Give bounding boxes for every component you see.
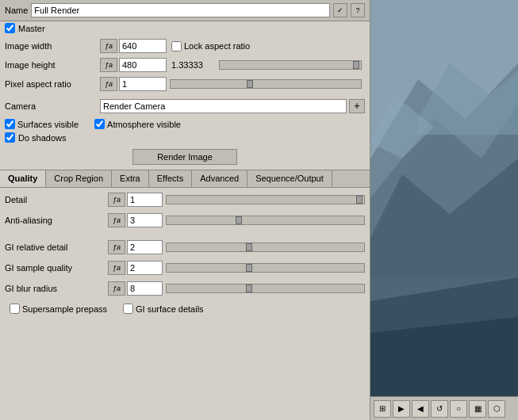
- pixel-aspect-slider-thumb: [247, 80, 253, 88]
- do-shadows-row: Do shadows: [0, 131, 370, 144]
- tab-quality[interactable]: Quality: [0, 170, 46, 187]
- image-width-input[interactable]: [119, 39, 167, 53]
- do-shadows-checkbox[interactable]: [5, 132, 15, 143]
- antialiasing-row: Anti-aliasing ƒa: [5, 212, 365, 229]
- gi-relative-slider[interactable]: [166, 242, 365, 252]
- toolbar-icon-3[interactable]: ◀: [412, 400, 429, 418]
- tabs-bar: Quality Crop Region Extra Effects Advanc…: [0, 170, 370, 188]
- gi-blur-slider[interactable]: [166, 284, 365, 293]
- anim-icon[interactable]: ✓: [333, 3, 347, 17]
- pixel-aspect-slider-container: [167, 79, 365, 89]
- tab-advanced[interactable]: Advanced: [192, 170, 247, 187]
- render-image-button[interactable]: Render Image: [132, 149, 237, 165]
- render-btn-container: Render Image: [0, 144, 370, 168]
- tab-extra[interactable]: Extra: [112, 170, 149, 187]
- gi-surface-label: GI surface details: [136, 304, 204, 314]
- name-row: Name ✓ ?: [0, 0, 370, 21]
- gi-blur-script-btn[interactable]: ƒa: [108, 281, 125, 296]
- detail-slider[interactable]: [166, 195, 365, 204]
- image-height-script-btn[interactable]: ƒa: [100, 58, 117, 72]
- viewport-toolbar: ⊞ ▶ ◀ ↺ ○ ▦ ⬡: [370, 396, 518, 420]
- supersample-label: Supersample prepass: [22, 304, 107, 314]
- master-row: Master: [0, 21, 370, 35]
- height-slider-thumb: [353, 61, 359, 69]
- gi-sample-slider-thumb: [246, 264, 252, 272]
- image-height-input[interactable]: [119, 58, 167, 72]
- antialiasing-script-btn[interactable]: ƒa: [108, 213, 125, 227]
- pixel-aspect-script-btn[interactable]: ƒa: [100, 77, 117, 91]
- camera-row: Camera +: [0, 97, 370, 116]
- atmosphere-visible-container: Atmosphere visible: [94, 119, 181, 129]
- detail-label: Detail: [5, 195, 108, 204]
- tab-effects[interactable]: Effects: [149, 170, 192, 187]
- quality-tab-content: Detail ƒa Anti-aliasing ƒa GI relative d: [0, 188, 370, 320]
- detail-script-btn[interactable]: ƒa: [108, 193, 125, 207]
- surfaces-visible-container: Surfaces visible: [5, 119, 79, 129]
- toolbar-icon-2[interactable]: ▶: [393, 400, 410, 418]
- help-icon[interactable]: ?: [351, 3, 365, 17]
- supersample-container: Supersample prepass: [10, 304, 107, 314]
- detail-row: Detail ƒa: [5, 191, 365, 208]
- antialiasing-label: Anti-aliasing: [5, 216, 108, 225]
- viewport-3d-scene: [370, 0, 518, 396]
- antialiasing-slider[interactable]: [166, 216, 365, 225]
- gi-sample-script-btn[interactable]: ƒa: [108, 261, 125, 275]
- name-label: Name: [5, 6, 28, 15]
- camera-label: Camera: [5, 101, 100, 111]
- antialiasing-slider-thumb: [236, 216, 242, 224]
- gi-sample-row: GI sample quality ƒa: [5, 259, 365, 277]
- add-camera-btn[interactable]: +: [349, 99, 365, 113]
- master-label: Master: [18, 24, 45, 33]
- pixel-aspect-row: Pixel aspect ratio ƒa: [5, 75, 365, 93]
- toolbar-icon-5[interactable]: ○: [450, 400, 467, 418]
- toolbar-icon-4[interactable]: ↺: [431, 400, 448, 418]
- gi-surface-container: GI surface details: [123, 304, 204, 314]
- toolbar-icon-6[interactable]: ▦: [469, 400, 486, 418]
- image-height-row: Image height ƒa 1.33333: [5, 56, 365, 74]
- gi-blur-label: GI blur radius: [5, 284, 108, 293]
- gi-relative-slider-thumb: [246, 243, 252, 251]
- visibility-row: Surfaces visible Atmosphere visible: [0, 117, 370, 131]
- gi-relative-row: GI relative detail ƒa: [5, 239, 365, 256]
- separator-1: [5, 232, 365, 239]
- gi-sample-label: GI sample quality: [5, 263, 108, 273]
- toolbar-icon-1[interactable]: ⊞: [374, 400, 391, 418]
- toolbar-icon-7[interactable]: ⬡: [488, 400, 505, 418]
- gi-blur-row: GI blur radius ƒa: [5, 280, 365, 297]
- image-settings: Image width ƒa Lock aspect ratio Image h…: [0, 35, 370, 97]
- image-width-label: Image width: [5, 41, 100, 51]
- image-width-script-btn[interactable]: ƒa: [100, 39, 117, 53]
- pixel-aspect-input[interactable]: [119, 77, 167, 91]
- surfaces-visible-checkbox[interactable]: [5, 119, 15, 129]
- lock-aspect-checkbox[interactable]: [171, 41, 182, 52]
- atmosphere-visible-checkbox[interactable]: [94, 119, 105, 129]
- render-settings-panel: Name ✓ ? Master Image width ƒa Lock aspe…: [0, 0, 370, 420]
- aspect-ratio-value: 1.33333: [171, 60, 211, 70]
- image-width-row: Image width ƒa Lock aspect ratio: [5, 37, 365, 55]
- antialiasing-input[interactable]: [127, 213, 163, 227]
- height-slider-container: [216, 60, 365, 70]
- gi-relative-input[interactable]: [127, 240, 163, 254]
- tab-sequence-output[interactable]: Sequence/Output: [247, 170, 332, 187]
- detail-slider-thumb: [356, 196, 363, 204]
- detail-input[interactable]: [127, 193, 163, 207]
- lock-aspect-container: Lock aspect ratio: [171, 41, 250, 52]
- gi-blur-slider-thumb: [246, 284, 252, 292]
- master-checkbox[interactable]: [5, 23, 15, 33]
- name-input[interactable]: [31, 3, 330, 17]
- camera-input[interactable]: [100, 99, 347, 113]
- gi-blur-input[interactable]: [127, 281, 163, 296]
- viewport-panel: ⊞ ▶ ◀ ↺ ○ ▦ ⬡: [370, 0, 518, 420]
- lock-aspect-label: Lock aspect ratio: [184, 41, 250, 51]
- gi-surface-checkbox[interactable]: [123, 304, 133, 314]
- gi-sample-slider[interactable]: [166, 263, 365, 273]
- gi-relative-script-btn[interactable]: ƒa: [108, 240, 125, 254]
- atmosphere-visible-label: Atmosphere visible: [107, 120, 181, 129]
- gi-sample-input[interactable]: [127, 261, 163, 275]
- tab-crop-region[interactable]: Crop Region: [46, 170, 112, 187]
- image-height-label: Image height: [5, 60, 100, 70]
- supersample-checkbox[interactable]: [10, 304, 20, 314]
- do-shadows-label: Do shadows: [18, 133, 67, 143]
- pixel-aspect-slider[interactable]: [170, 79, 362, 89]
- height-slider[interactable]: [219, 60, 362, 70]
